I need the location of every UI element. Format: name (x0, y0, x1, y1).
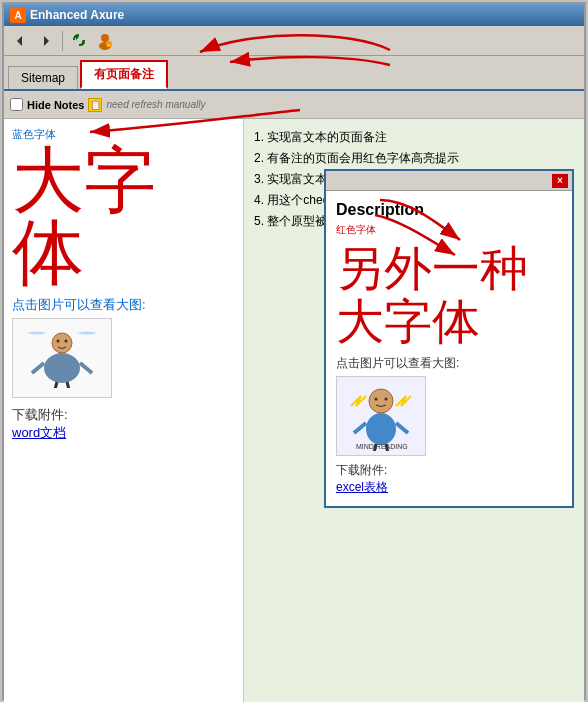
popup-big-char: 另外一种大字体 (336, 243, 562, 349)
tab-notes[interactable]: 有页面备注 (80, 60, 168, 89)
popup-click-text: 点击图片可以查看大图: (336, 355, 562, 372)
svg-point-17 (366, 413, 396, 445)
popup-image: MIND READING (336, 376, 426, 456)
window-title: Enhanced Axure (30, 8, 124, 22)
svg-line-18 (354, 423, 366, 433)
download-link[interactable]: word文档 (12, 424, 235, 442)
popup-content: Description 红色字体 另外一种大字体 点击图片可以查看大图: (326, 191, 572, 506)
svg-point-15 (65, 340, 68, 343)
back-button[interactable] (8, 29, 32, 53)
popup-download-link[interactable]: excel表格 (336, 479, 562, 496)
forward-button[interactable] (34, 29, 58, 53)
big-char-main: 大字 体 (12, 144, 235, 288)
left-panel-image (12, 318, 112, 398)
svg-marker-1 (44, 36, 49, 46)
svg-line-13 (67, 382, 70, 388)
svg-line-19 (396, 423, 408, 433)
popup-window: × Description 红色字体 另外一种大字体 点击图片可以查看大图: (324, 169, 574, 508)
user-button[interactable]: + (93, 29, 117, 53)
svg-text:+: + (108, 41, 111, 47)
popup-download-label: 下载附件: (336, 462, 562, 479)
hide-notes-label: Hide Notes (27, 99, 84, 111)
svg-line-12 (54, 382, 57, 388)
left-panel: 蓝色字体 大字 体 点击图片可以查看大图: (4, 119, 244, 702)
app-icon: A (10, 7, 26, 23)
svg-point-16 (369, 389, 393, 413)
notes-item-2: 2. 有备注的页面会用红色字体高亮提示 (254, 150, 574, 167)
toolbar: + (4, 26, 584, 56)
title-bar: A Enhanced Axure (4, 4, 584, 26)
hide-notes-bar: Hide Notes 📋 need refresh manually (4, 91, 584, 119)
popup-title-bar: × (326, 171, 572, 191)
svg-point-9 (44, 353, 80, 383)
popup-title: Description (336, 201, 562, 219)
tab-bar: Sitemap 有页面备注 (4, 56, 584, 91)
download-label: 下载附件: (12, 406, 235, 424)
svg-line-10 (32, 363, 44, 373)
popup-close-button[interactable]: × (552, 174, 568, 188)
tab-sitemap[interactable]: Sitemap (8, 66, 78, 89)
hide-notes-icon: 📋 (88, 98, 102, 112)
popup-red-small: 红色字体 (336, 223, 562, 237)
svg-line-11 (80, 363, 92, 373)
click-image-label: 点击图片可以查看大图: (12, 296, 235, 314)
hide-notes-sub-label: need refresh manually (106, 99, 205, 110)
toolbar-divider-1 (62, 31, 63, 51)
svg-point-8 (52, 333, 72, 353)
svg-text:MIND READING: MIND READING (356, 443, 408, 450)
svg-marker-0 (17, 36, 22, 46)
main-window: A Enhanced Axure + (2, 2, 586, 700)
notes-panel: 1. 实现富文本的页面备注 2. 有备注的页面会用红色字体高亮提示 3. 实现富… (244, 119, 584, 702)
svg-point-14 (57, 340, 60, 343)
hide-notes-checkbox[interactable] (10, 98, 23, 111)
notes-item-1: 1. 实现富文本的页面备注 (254, 129, 574, 146)
content-area: 蓝色字体 大字 体 点击图片可以查看大图: (4, 119, 584, 702)
refresh-button[interactable] (67, 29, 91, 53)
svg-point-23 (385, 397, 388, 400)
svg-point-22 (375, 397, 378, 400)
